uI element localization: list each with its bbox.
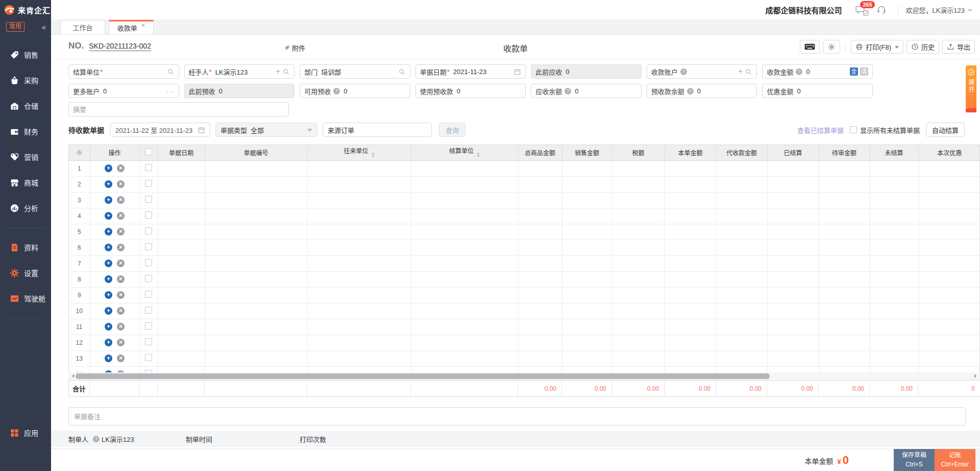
remove-row-icon[interactable]: × xyxy=(117,275,125,283)
field-可用预收[interactable]: 可用预收?0 xyxy=(300,84,410,98)
add-row-icon[interactable]: + xyxy=(105,307,112,315)
add-row-icon[interactable]: + xyxy=(105,323,112,331)
sidebar-item-销售[interactable]: 销售 xyxy=(0,42,51,67)
field-收款账户[interactable]: 收款账户?+ xyxy=(647,64,757,79)
scrollbar-thumb[interactable] xyxy=(76,373,770,379)
sidebar-item-商城[interactable]: 商城 xyxy=(0,170,51,195)
remove-row-icon[interactable]: × xyxy=(117,244,125,251)
search-icon[interactable] xyxy=(282,68,290,76)
sidebar-item-仓储[interactable]: 仓储 xyxy=(0,93,51,119)
tab-工作台[interactable]: 工作台 xyxy=(60,20,105,34)
user-menu[interactable]: 欢迎您，LK演示123 xyxy=(905,5,973,15)
add-row-icon[interactable]: + xyxy=(105,260,112,267)
row-checkbox[interactable] xyxy=(145,275,152,282)
field-更多账户[interactable]: 更多账户0··· xyxy=(68,84,179,98)
support-button[interactable] xyxy=(876,5,887,15)
field-使用预收款[interactable]: 使用预收款0 xyxy=(415,84,526,98)
row-checkbox[interactable] xyxy=(145,211,152,219)
add-row-icon[interactable]: + xyxy=(105,164,112,172)
remove-row-icon[interactable]: × xyxy=(117,212,125,220)
remove-row-icon[interactable]: × xyxy=(117,196,125,204)
print-button[interactable]: 打印(F8) xyxy=(851,40,903,54)
add-row-icon[interactable]: + xyxy=(105,180,112,188)
row-checkbox[interactable] xyxy=(145,322,152,329)
sidebar-item-资料[interactable]: 资料 xyxy=(0,234,51,260)
messages-button[interactable]: 265 xyxy=(855,5,865,15)
remove-row-icon[interactable]: × xyxy=(117,260,125,267)
row-checkbox[interactable] xyxy=(145,180,152,187)
add-row-icon[interactable]: + xyxy=(105,355,112,362)
row-checkbox[interactable] xyxy=(145,338,152,345)
field-经手人[interactable]: 经手人*LK演示123+ xyxy=(184,64,295,79)
add-row-icon[interactable]: + xyxy=(105,244,112,251)
settings-button[interactable] xyxy=(823,40,840,54)
sidebar-item-设置[interactable]: 设置 xyxy=(0,260,51,286)
remove-row-icon[interactable]: × xyxy=(117,307,125,315)
post-button[interactable]: 记账 Ctrl+Enter xyxy=(935,449,975,471)
ellipsis-icon[interactable]: ··· xyxy=(166,87,175,95)
sidebar-item-财务[interactable]: 财务 xyxy=(0,119,51,144)
row-checkbox[interactable] xyxy=(145,243,152,250)
search-icon[interactable] xyxy=(167,68,175,76)
field-单据日期[interactable]: 单据日期*2021-11-23 xyxy=(415,64,526,79)
history-button[interactable]: 历史 xyxy=(906,40,939,54)
remove-row-icon[interactable]: × xyxy=(117,291,125,299)
add-row-icon[interactable]: + xyxy=(105,291,112,299)
close-icon[interactable]: × xyxy=(141,21,145,29)
expand-panel-tab[interactable]: 展开 xyxy=(966,65,976,108)
add-row-icon[interactable]: + xyxy=(105,212,112,220)
badge-清[interactable]: 清 xyxy=(860,67,868,76)
search-icon[interactable] xyxy=(745,68,752,76)
remove-row-icon[interactable]: × xyxy=(117,164,125,172)
keyboard-shortcuts-button[interactable] xyxy=(800,40,820,54)
remark-input[interactable] xyxy=(68,407,966,426)
plus-icon[interactable]: + xyxy=(738,68,743,75)
field-优惠金额[interactable]: 优惠金额0 xyxy=(762,84,873,98)
field-部门[interactable]: 部门培训部 xyxy=(300,64,410,79)
row-checkbox[interactable] xyxy=(145,227,152,234)
add-row-icon[interactable]: + xyxy=(105,228,112,236)
row-checkbox[interactable] xyxy=(145,291,152,298)
doc-type-select[interactable]: 单据类型 全部 xyxy=(215,123,317,137)
field-预收款余额[interactable]: 预收款余额?0 xyxy=(647,84,757,98)
add-row-icon[interactable]: + xyxy=(105,339,112,346)
remove-row-icon[interactable]: × xyxy=(117,355,125,362)
scroll-right-arrow[interactable] xyxy=(974,374,978,378)
row-checkbox[interactable] xyxy=(145,196,152,203)
source-order-input[interactable]: 来源订单 xyxy=(323,123,432,137)
column-settings-gear-icon[interactable] xyxy=(76,149,83,156)
date-range-picker[interactable]: 2021-11-22 至 2021-11-23 xyxy=(110,123,210,137)
add-row-icon[interactable]: + xyxy=(105,275,112,283)
remove-row-icon[interactable]: × xyxy=(117,228,125,236)
select-all-checkbox[interactable] xyxy=(145,148,152,155)
search-icon[interactable] xyxy=(398,68,406,76)
scroll-left-arrow[interactable] xyxy=(70,374,74,378)
checkbox[interactable] xyxy=(850,126,857,133)
sidebar-item-驾驶舱[interactable]: 驾驶舱 xyxy=(0,286,51,311)
export-button[interactable]: 导出 xyxy=(942,40,975,54)
field-结算单位[interactable]: 结算单位* xyxy=(68,64,179,79)
badge-全[interactable]: 全 xyxy=(850,67,858,76)
show-all-unsettled-toggle[interactable]: 显示所有未结算单据 xyxy=(850,125,920,135)
sidebar-item-分析[interactable]: 分析 xyxy=(0,195,51,221)
sort-icon[interactable] xyxy=(477,151,480,159)
calendar-icon[interactable] xyxy=(513,68,521,76)
row-checkbox[interactable] xyxy=(145,259,152,266)
summary-input[interactable] xyxy=(68,102,289,116)
remove-row-icon[interactable]: × xyxy=(117,180,125,188)
row-checkbox[interactable] xyxy=(145,307,152,314)
remove-row-icon[interactable]: × xyxy=(117,323,125,331)
auto-settle-button[interactable]: 自动结算 xyxy=(926,123,965,137)
row-checkbox[interactable] xyxy=(145,164,152,171)
sidebar-item-应用[interactable]: 应用 xyxy=(0,420,51,445)
sidebar-item-营销[interactable]: 营销 xyxy=(0,144,51,170)
field-收款金额[interactable]: 收款金额?0全清 xyxy=(762,64,873,79)
save-draft-button[interactable]: 保存草稿 Ctrl+S xyxy=(894,449,935,471)
sidebar-item-采购[interactable]: 采购 xyxy=(0,67,51,93)
add-row-icon[interactable]: + xyxy=(105,196,112,204)
sidebar-collapse-icon[interactable]: « xyxy=(42,22,46,31)
plus-icon[interactable]: + xyxy=(276,68,280,75)
remove-row-icon[interactable]: × xyxy=(117,339,125,346)
tab-收款单[interactable]: 收款单× xyxy=(109,20,154,34)
row-checkbox[interactable] xyxy=(145,354,152,361)
